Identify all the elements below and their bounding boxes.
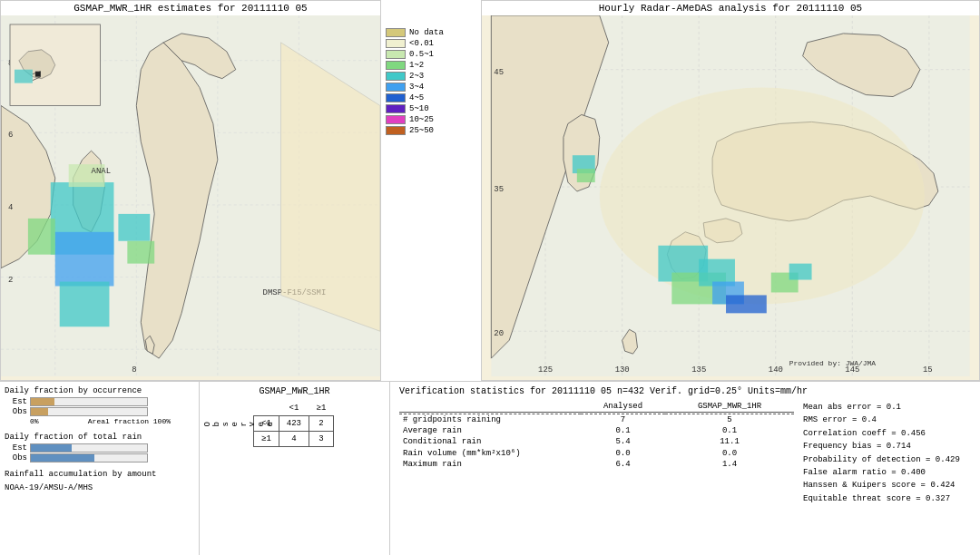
left-map-canvas: ANAL DMSP-F15/SSMI 8 6 4 2 8 bbox=[1, 15, 380, 376]
obs-rain-bar-row: Obs bbox=[5, 453, 194, 462]
obs-label: Obs bbox=[5, 407, 27, 416]
obs-rain-bar-inner bbox=[31, 454, 94, 462]
observed-label: Observed bbox=[204, 422, 215, 426]
stat-7: Equitable threat score = 0.327 bbox=[803, 492, 975, 505]
left-map-title: GSMAP_MWR_1HR estimates for 20111110 05 bbox=[1, 1, 380, 15]
legend-color-25to50 bbox=[386, 126, 406, 135]
verif-row-2-gsmap: 11.1 bbox=[665, 436, 794, 447]
legend-label-5to10: 5~10 bbox=[409, 104, 429, 113]
est-rain-label: Est bbox=[5, 443, 27, 453]
anal-label: ANAL bbox=[92, 167, 111, 176]
right-map-canvas: 45 35 20 125 130 135 140 145 15 Provided… bbox=[482, 15, 979, 376]
legend-item-3to4: 3~4 bbox=[386, 83, 424, 92]
verif-row-1-gsmap: 0.1 bbox=[665, 425, 794, 436]
svg-text:35: 35 bbox=[494, 185, 504, 194]
verif-col-analysed: Analysed bbox=[581, 401, 665, 413]
occurrence-bar-chart: Est Obs 0% Areal fraction 100% bbox=[5, 397, 194, 425]
svg-rect-12 bbox=[55, 232, 114, 287]
right-map-svg: 45 35 20 125 130 135 140 145 15 Provided… bbox=[482, 15, 979, 376]
left-map-svg: ANAL DMSP-F15/SSMI 8 6 4 2 8 bbox=[1, 15, 380, 376]
est-rain-bar-inner bbox=[31, 444, 72, 452]
legend-label-2to3: 2~3 bbox=[409, 72, 424, 81]
legend-item-25to50: 25~50 bbox=[386, 126, 434, 135]
legend-item-1to2: 1~2 bbox=[386, 61, 424, 70]
verif-right: Mean abs error = 0.1 RMS error = 0.4 Cor… bbox=[794, 401, 975, 505]
verif-row-3-label: Rain volume (mm*km²x10⁶) bbox=[399, 447, 581, 459]
verif-title: Verification statistics for 20111110 05 … bbox=[399, 386, 975, 396]
legend-item-5to10: 5~10 bbox=[386, 104, 429, 113]
verif-row-1: Average rain 0.1 0.1 bbox=[399, 425, 794, 436]
svg-point-40 bbox=[600, 88, 925, 305]
legend-container: No data <0.01 0.5~1 1~2 2~3 3~4 bbox=[381, 0, 481, 381]
stat-4: Probability of detection = 0.429 bbox=[803, 453, 975, 466]
axis-0-label: 0% bbox=[30, 417, 39, 425]
legend-label-10to25: 10~25 bbox=[409, 115, 434, 124]
legend-label-4to5: 4~5 bbox=[409, 93, 424, 102]
stat-3: Frequency bias = 0.714 bbox=[803, 440, 975, 453]
svg-rect-16 bbox=[118, 214, 150, 241]
contingency-cell-ge1-lt1: 4 bbox=[279, 432, 309, 447]
contingency-cell-lt1-ge1: 2 bbox=[309, 416, 334, 432]
bottom-center: GSMAP_MWR_1HR Observed <1 ≥1 <1 423 2 bbox=[200, 382, 390, 555]
contingency-cell-ge1-ge1: 3 bbox=[309, 432, 334, 447]
legend-color-5to10 bbox=[386, 104, 406, 113]
svg-text:45: 45 bbox=[494, 68, 504, 77]
verif-row-0-analysed: 7 bbox=[581, 414, 665, 426]
verif-row-3-gsmap: 0.0 bbox=[665, 447, 794, 459]
axis-100-label: Areal fraction 100% bbox=[88, 417, 171, 425]
svg-text:6: 6 bbox=[8, 131, 13, 140]
svg-text:125: 125 bbox=[538, 365, 553, 375]
verif-header-row: Analysed GSMAP_MWR_1HR bbox=[399, 401, 794, 413]
legend-label-nodata: No data bbox=[409, 28, 444, 37]
legend-item-lt001: <0.01 bbox=[386, 39, 434, 48]
right-map-container: Hourly Radar-AMeDAS analysis for 2011111… bbox=[481, 0, 980, 381]
legend-item-nodata: No data bbox=[386, 28, 444, 37]
verif-row-3-analysed: 0.0 bbox=[581, 447, 665, 459]
axis-labels-occurrence: 0% Areal fraction 100% bbox=[30, 417, 171, 425]
svg-rect-25 bbox=[15, 70, 33, 83]
legend-color-nodata bbox=[386, 28, 406, 37]
stat-6: Hanssen & Kuipers score = 0.424 bbox=[803, 479, 975, 492]
svg-text:15: 15 bbox=[923, 365, 933, 375]
verif-left: Analysed GSMAP_MWR_1HR # gridpoints rain… bbox=[399, 401, 794, 505]
total-rain-bar-chart: Est Obs bbox=[5, 443, 194, 462]
verif-col-blank bbox=[399, 401, 581, 413]
verif-row-2-analysed: 5.4 bbox=[581, 436, 665, 447]
obs-rain-bar-outer bbox=[30, 453, 148, 462]
verif-row-4-label: Maximum rain bbox=[399, 459, 581, 470]
est-bar-outer bbox=[30, 397, 148, 406]
right-map-title: Hourly Radar-AMeDAS analysis for 2011111… bbox=[482, 1, 979, 15]
stat-5: False alarm ratio = 0.400 bbox=[803, 466, 975, 479]
legend-label-25to50: 25~50 bbox=[409, 126, 434, 135]
legend-label-1to2: 1~2 bbox=[409, 61, 424, 70]
svg-rect-13 bbox=[60, 282, 110, 327]
legend-color-2to3 bbox=[386, 72, 406, 81]
contingency-title: GSMAP_MWR_1HR bbox=[204, 386, 385, 396]
svg-rect-45 bbox=[726, 295, 767, 313]
svg-text:8: 8 bbox=[132, 365, 136, 375]
verif-col-gsmap: GSMAP_MWR_1HR bbox=[665, 401, 794, 413]
legend-color-3to4 bbox=[386, 83, 406, 92]
verif-row-2: Conditional rain 5.4 11.1 bbox=[399, 436, 794, 447]
obs-bar-inner bbox=[31, 408, 48, 415]
contingency-cell-lt1-lt1: 423 bbox=[279, 416, 309, 432]
svg-text:2: 2 bbox=[8, 276, 13, 285]
contingency-row-ge1-label: ≥1 bbox=[254, 432, 279, 447]
main-container: GSMAP_MWR_1HR estimates for 20111110 05 bbox=[0, 0, 980, 555]
stat-0: Mean abs error = 0.1 bbox=[803, 401, 975, 414]
verif-row-1-label: Average rain bbox=[399, 425, 581, 436]
svg-text:130: 130 bbox=[615, 365, 630, 375]
occurrence-chart-title: Daily fraction by occurrence bbox=[5, 386, 194, 395]
legend-item-10to25: 10~25 bbox=[386, 115, 434, 124]
est-bar-inner bbox=[31, 398, 54, 405]
maps-row: GSMAP_MWR_1HR estimates for 20111110 05 bbox=[0, 0, 980, 381]
rainfall-label: Rainfall accumulation by amount bbox=[5, 470, 194, 479]
svg-rect-14 bbox=[28, 219, 55, 255]
contingency-row-ge1: ≥1 4 3 bbox=[254, 432, 334, 447]
verif-row-4-gsmap: 1.4 bbox=[665, 459, 794, 470]
est-rain-bar-outer bbox=[30, 443, 148, 453]
legend-item-2to3: 2~3 bbox=[386, 72, 424, 81]
svg-text:4: 4 bbox=[8, 203, 13, 212]
legend-color-10to25 bbox=[386, 115, 406, 124]
stat-1: RMS error = 0.4 bbox=[803, 414, 975, 426]
